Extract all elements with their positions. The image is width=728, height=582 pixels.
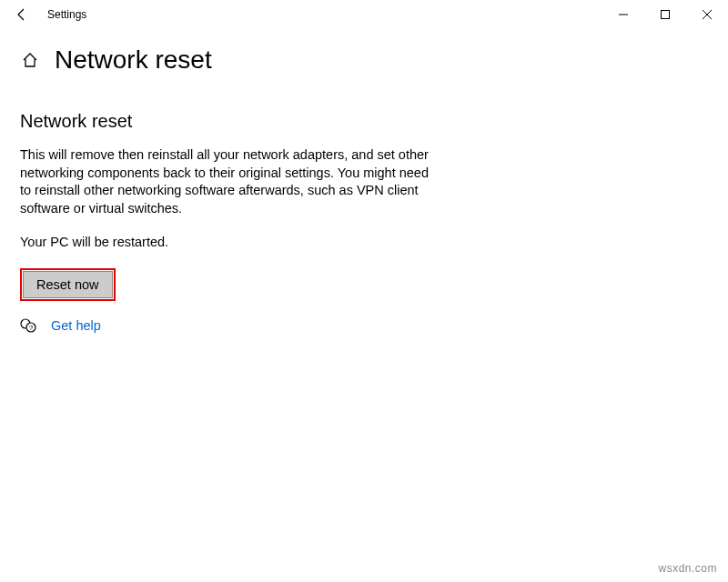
watermark: wsxdn.com [658, 562, 717, 575]
reset-button-highlight: Reset now [20, 268, 116, 301]
back-button[interactable] [7, 0, 36, 29]
reset-now-button[interactable]: Reset now [23, 271, 113, 298]
maximize-button[interactable] [644, 0, 686, 29]
get-help-link[interactable]: Get help [51, 318, 101, 333]
window-title: Settings [47, 8, 86, 21]
help-icon: ? [20, 317, 36, 334]
page-title: Network reset [55, 45, 212, 75]
restart-note: Your PC will be restarted. [20, 234, 439, 252]
svg-text:?: ? [29, 324, 34, 332]
minimize-button[interactable] [602, 0, 644, 29]
svg-rect-1 [662, 11, 670, 19]
description-text: This will remove then reinstall all your… [20, 146, 439, 217]
close-button[interactable] [686, 0, 728, 29]
home-icon[interactable] [20, 50, 40, 70]
section-heading: Network reset [20, 111, 473, 132]
